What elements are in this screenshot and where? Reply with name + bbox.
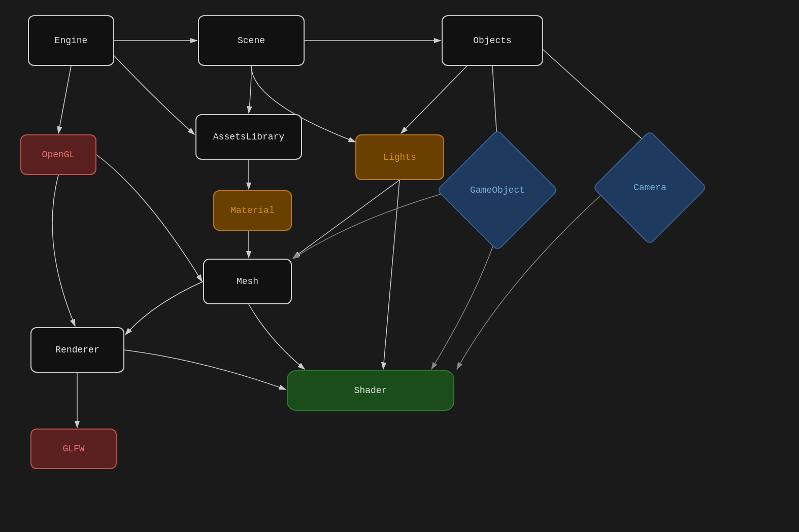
svg-line-4 bbox=[401, 66, 467, 133]
diagram-container: Engine Scene Objects OpenGL AssetsLibrar… bbox=[0, 0, 799, 532]
material-label: Material bbox=[230, 205, 274, 216]
svg-line-11 bbox=[383, 180, 400, 369]
opengl-label: OpenGL bbox=[42, 150, 75, 160]
glfw-node[interactable]: GLFW bbox=[30, 429, 117, 469]
gameobject-node[interactable]: GameObject bbox=[437, 129, 558, 251]
camera-label: Camera bbox=[634, 183, 667, 193]
assetslib-node[interactable]: AssetsLibrary bbox=[195, 114, 302, 160]
assetslib-label: AssetsLibrary bbox=[213, 132, 284, 142]
shader-node[interactable]: Shader bbox=[287, 370, 454, 411]
scene-label: Scene bbox=[238, 36, 265, 46]
engine-label: Engine bbox=[55, 36, 88, 46]
connections-svg bbox=[0, 0, 799, 532]
material-node[interactable]: Material bbox=[213, 190, 292, 231]
opengl-node[interactable]: OpenGL bbox=[20, 134, 96, 175]
camera-node[interactable]: Camera bbox=[592, 130, 707, 245]
lights-node[interactable]: Lights bbox=[355, 134, 444, 180]
svg-line-10 bbox=[293, 180, 400, 258]
engine-node[interactable]: Engine bbox=[28, 15, 114, 66]
glfw-label: GLFW bbox=[62, 444, 84, 454]
shader-label: Shader bbox=[354, 385, 387, 396]
lights-label: Lights bbox=[383, 152, 416, 162]
renderer-node[interactable]: Renderer bbox=[30, 327, 124, 373]
gameobject-label: GameObject bbox=[470, 185, 525, 195]
renderer-label: Renderer bbox=[55, 345, 99, 355]
scene-node[interactable]: Scene bbox=[198, 15, 305, 66]
svg-line-6 bbox=[533, 41, 650, 146]
mesh-label: Mesh bbox=[237, 276, 258, 287]
svg-line-7 bbox=[58, 66, 71, 133]
mesh-node[interactable]: Mesh bbox=[203, 259, 292, 304]
objects-node[interactable]: Objects bbox=[442, 15, 543, 66]
objects-label: Objects bbox=[473, 36, 512, 46]
